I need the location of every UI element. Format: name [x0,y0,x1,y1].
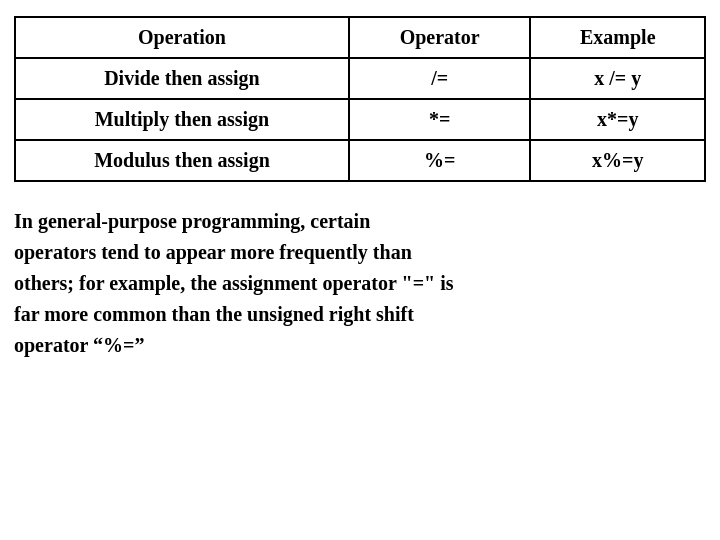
operation-cell: Modulus then assign [15,140,349,181]
table-row: Modulus then assign %= x%=y [15,140,705,181]
col-header-operator: Operator [349,17,531,58]
operator-cell: %= [349,140,531,181]
example-cell: x /= y [530,58,705,99]
paragraph-line-1: In general-purpose programming, certain [14,210,370,232]
paragraph-line-3: others; for example, the assignment oper… [14,272,453,294]
example-cell: x%=y [530,140,705,181]
description-paragraph: In general-purpose programming, certain … [14,206,706,361]
col-header-operation: Operation [15,17,349,58]
paragraph-line-5: operator “%=” [14,334,144,356]
table-row: Divide then assign /= x /= y [15,58,705,99]
paragraph-line-4: far more common than the unsigned right … [14,303,414,325]
operator-cell: *= [349,99,531,140]
operator-cell: /= [349,58,531,99]
paragraph-line-2: operators tend to appear more frequently… [14,241,412,263]
col-header-example: Example [530,17,705,58]
table-row: Multiply then assign *= x*=y [15,99,705,140]
example-cell: x*=y [530,99,705,140]
operation-cell: Multiply then assign [15,99,349,140]
operation-cell: Divide then assign [15,58,349,99]
operations-table: Operation Operator Example Divide then a… [14,16,706,182]
